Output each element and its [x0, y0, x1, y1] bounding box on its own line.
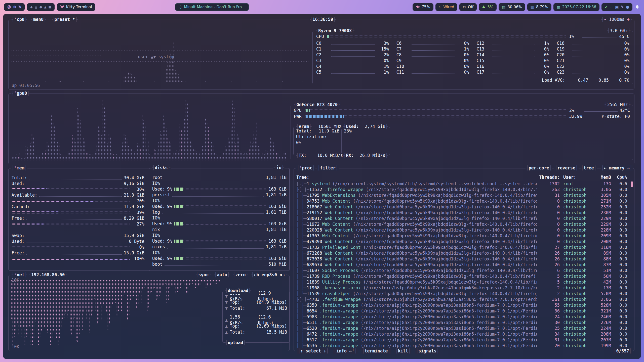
- process-row[interactable]: │ ├─220028 Web Content (/nix/store/fqadd…: [294, 227, 634, 233]
- wave-icon[interactable]: ~: [610, 5, 613, 9]
- process-row[interactable]: │ ├─11732 Privileged Cont (/nix/store/fq…: [294, 245, 634, 250]
- idle-module[interactable]: ✂ Off: [459, 3, 477, 11]
- process-row[interactable]: ├[-]─11532 .firefox-wrappe (/nix/store/f…: [294, 187, 634, 193]
- disk-used-value: 163 GiB: [268, 238, 287, 244]
- workspace-icon-4[interactable]: ▲: [44, 6, 46, 9]
- process-row[interactable]: │ ├─5983 .ferdium-wrappe (/nix/store/a1p…: [294, 314, 634, 320]
- footer-signals[interactable]: ┤signals├: [415, 348, 439, 354]
- net-toggle--b-enp8s0-n-[interactable]: ┤←b enp8s0 n→├: [251, 272, 288, 278]
- volume-module[interactable]: 75%: [413, 3, 433, 11]
- process-name: .keepassxc-prox: [322, 285, 363, 290]
- footer-terminate[interactable]: ┤terminate├: [361, 348, 391, 354]
- process-row[interactable]: │ ├─673038 Web Content (/nix/store/fqadd…: [294, 256, 634, 262]
- menu-button[interactable]: ┤menu├: [30, 17, 47, 22]
- net-toggle-zero[interactable]: ┤zero├: [232, 272, 249, 278]
- workspace-icon-3[interactable]: ●: [39, 6, 42, 9]
- launcher-module[interactable]: @❄↻: [4, 3, 25, 11]
- footer-info[interactable]: ┤info ←┘├: [333, 348, 357, 354]
- pen-icon[interactable]: ✎: [621, 5, 624, 9]
- process-row[interactable]: │ ├─6472 .ferdium-wrappe (/nix/store/a1p…: [294, 331, 634, 337]
- process-row[interactable]: │ ├─6511 .ferdium-wrappe (/nix/store/a1p…: [294, 320, 634, 326]
- process-row[interactable]: │ ├─6350 .ferdium-wrappe (/nix/store/a1p…: [294, 302, 634, 308]
- proc-toggle-per-core[interactable]: ┤per-core├: [526, 165, 552, 171]
- music-track: Minuit Machine - Don't Run Fro...: [184, 5, 245, 9]
- system-tray[interactable]: ✔~▣✎●: [601, 3, 632, 11]
- header-tree[interactable]: Tree:: [296, 174, 537, 180]
- proc-toggle-reverse[interactable]: ┤reverse├: [554, 165, 578, 171]
- process-row[interactable]: │ ├─11607 Socket Process (/nix/store/fqa…: [294, 268, 634, 274]
- check-icon[interactable]: ✔: [605, 5, 608, 9]
- footer-kill[interactable]: ┤kill├: [395, 348, 411, 354]
- process-row[interactable]: │ ├─6517 .ferdium-wrappe (/nix/store/a1p…: [294, 337, 634, 343]
- process-command: │ ├─11839 Utility Process (/nix/store/fq…: [296, 279, 537, 285]
- process-row[interactable]: │ ├─11739 RDD Process (/nix/store/fqadd0…: [294, 274, 634, 279]
- process-row[interactable]: │ ├─6536 .ferdium-wrappe (/nix/store/a1p…: [294, 343, 634, 349]
- usage-percent: 100%: [130, 256, 144, 262]
- music-module[interactable]: ♫ Minuit Machine - Don't Run Fro...: [175, 3, 249, 11]
- process-command: │ ├─6350 .ferdium-wrappe (/nix/store/a1p…: [296, 302, 537, 308]
- workspace-icon-1[interactable]: ◆: [30, 6, 32, 9]
- process-row[interactable]: │ ├─479390 Web Content (/nix/store/fqadd…: [294, 239, 634, 245]
- process-row[interactable]: │ ├─94753 Web Content (/nix/store/fqadd0…: [294, 198, 634, 204]
- disk-used-value: 163 GiB: [268, 204, 287, 209]
- process-row[interactable]: │ └─11539 crashhelper (/nix/store/fqadd0…: [294, 291, 634, 297]
- usage-bar: [12, 211, 130, 214]
- preset-button[interactable]: ┤preset *├: [51, 17, 78, 22]
- disk-module[interactable]: ▥ 8.79%: [527, 3, 551, 11]
- header-cpu[interactable]: Cpu%: [611, 174, 627, 180]
- process-row[interactable]: │ ├─580017 Web Content (/nix/store/fqadd…: [294, 216, 634, 221]
- process-row[interactable]: [-]─1 systemd (/run/current-system/syste…: [294, 181, 634, 187]
- interval-increase[interactable]: +: [627, 17, 630, 22]
- filter-button[interactable]: ┤filter├: [317, 165, 339, 171]
- interval-decrease[interactable]: -: [604, 17, 606, 22]
- sort-selector[interactable]: ┤← memory →├: [601, 165, 633, 171]
- header-user[interactable]: User:: [560, 174, 591, 180]
- proc-toggle-tree[interactable]: ┤tree├: [581, 165, 597, 171]
- select-control[interactable]: ┤↑ select ↓├: [297, 348, 329, 354]
- process-row[interactable]: │ ├─11795 WebExtensions (/nix/store/fqad…: [294, 193, 634, 198]
- process-row[interactable]: │ ├─673288 Web Content (/nix/store/fqadd…: [294, 250, 634, 256]
- process-row[interactable]: │ ├─219152 Web Content (/nix/store/fqadd…: [294, 210, 634, 216]
- process-threads: 31: [537, 337, 560, 343]
- disk-name-row: persist1,81 TiB: [152, 192, 287, 198]
- memory-module[interactable]: ▤ 30.06%: [499, 3, 525, 11]
- process-row[interactable]: │ ├─218067 Web Content (/nix/store/fqadd…: [294, 204, 634, 210]
- gpu-usage-percent: 2%: [569, 108, 582, 113]
- gpu-history-graph: [12, 99, 287, 161]
- cpu-temp-module[interactable]: ♣ 5%: [479, 3, 497, 11]
- disks-io-toggle[interactable]: ┤io├: [273, 165, 285, 171]
- dot-icon[interactable]: ●: [626, 5, 629, 9]
- workspaces-module[interactable]: ◆▤●▲■: [27, 3, 55, 11]
- process-row[interactable]: ├[-]─4783 .ferdium-wrappe (/nix/store/a1…: [294, 297, 634, 302]
- workspace-icon-5[interactable]: ■: [48, 6, 51, 9]
- debian-icon[interactable]: @: [7, 5, 11, 9]
- process-threads: 6: [537, 268, 560, 274]
- net-toggle-auto[interactable]: ┤auto├: [214, 272, 230, 278]
- process-row[interactable]: │ ├─11972 Web Content (/nix/store/fqadd0…: [294, 221, 634, 227]
- window-title-module[interactable]: Kitty Terminal: [57, 3, 95, 11]
- process-row[interactable]: │ ├─11839 Utility Process (/nix/store/fq…: [294, 279, 634, 285]
- disk-used-row: Used:9%163 GiB: [152, 256, 287, 261]
- scroll-position: ┤0/557├: [613, 348, 632, 354]
- process-row[interactable]: │ ├─6520 .ferdium-wrappe (/nix/store/a1p…: [294, 326, 634, 331]
- process-cpu: 0.0: [611, 187, 627, 193]
- nixos-icon[interactable]: ❄: [13, 5, 16, 9]
- update-interval-control[interactable]: ┤- 1000ms +├: [601, 17, 633, 22]
- clipboard-icon[interactable]: ▣: [615, 5, 619, 9]
- reload-icon[interactable]: ↻: [18, 5, 22, 9]
- process-row[interactable]: │ ├─41363 Web Content (/nix/store/fqadd0…: [294, 233, 634, 239]
- bell-icon[interactable]: [635, 5, 639, 9]
- workspace-icon-2[interactable]: ▤: [34, 6, 37, 9]
- net-toggle-sync[interactable]: ┤sync├: [195, 272, 212, 278]
- process-row[interactable]: │ ├─11968 .keepassxc-prox (/nix/store/bs…: [294, 285, 634, 291]
- scrollbar-thumb[interactable]: [631, 182, 633, 187]
- process-row[interactable]: │ ├─6654 .ferdium-wrappe (/nix/store/a1p…: [294, 308, 634, 314]
- direction-icon: ▼: [225, 299, 228, 305]
- clock-module[interactable]: ▦ 2025-07-22 16:36: [553, 3, 599, 11]
- process-path: (/nix/store/fqadd0bprwc5yw5k99xajbdqd1dz…: [353, 233, 537, 238]
- process-row[interactable]: │ ├─689674 Web Content (/nix/store/fqadd…: [294, 262, 634, 268]
- header-threads[interactable]: Threads:: [537, 174, 560, 180]
- header-memory[interactable]: MemB: [591, 174, 611, 180]
- process-cpu: 0.0: [611, 274, 627, 279]
- power-module[interactable]: ⚡ Wired: [435, 3, 458, 11]
